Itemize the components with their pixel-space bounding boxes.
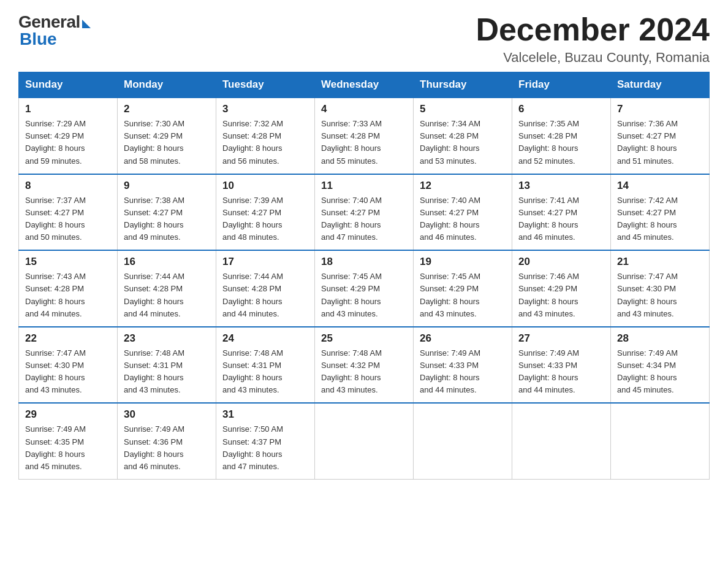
day-number: 19 xyxy=(420,256,506,268)
day-number: 6 xyxy=(518,103,604,115)
calendar-empty-cell xyxy=(611,403,710,479)
day-info: Sunrise: 7:38 AMSunset: 4:27 PMDaylight:… xyxy=(124,196,184,242)
weekday-header-friday: Friday xyxy=(512,72,611,98)
day-info: Sunrise: 7:48 AMSunset: 4:31 PMDaylight:… xyxy=(222,348,283,394)
calendar-day-cell: 10 Sunrise: 7:39 AMSunset: 4:27 PMDaylig… xyxy=(216,174,315,251)
calendar-day-cell: 17 Sunrise: 7:44 AMSunset: 4:28 PMDaylig… xyxy=(216,250,315,327)
calendar-week-row: 1 Sunrise: 7:29 AMSunset: 4:29 PMDayligh… xyxy=(19,98,710,174)
calendar-week-row: 15 Sunrise: 7:43 AMSunset: 4:28 PMDaylig… xyxy=(19,250,710,327)
calendar-day-cell: 14 Sunrise: 7:42 AMSunset: 4:27 PMDaylig… xyxy=(611,174,710,251)
calendar-day-cell: 11 Sunrise: 7:40 AMSunset: 4:27 PMDaylig… xyxy=(315,174,414,251)
day-number: 26 xyxy=(420,332,506,345)
day-number: 2 xyxy=(124,103,210,115)
day-info: Sunrise: 7:40 AMSunset: 4:27 PMDaylight:… xyxy=(321,196,382,242)
day-info: Sunrise: 7:49 AMSunset: 4:35 PMDaylight:… xyxy=(25,424,86,470)
title-block: December 2024 Valcelele, Buzau County, R… xyxy=(476,12,710,66)
day-info: Sunrise: 7:49 AMSunset: 4:33 PMDaylight:… xyxy=(518,348,579,394)
calendar-day-cell: 16 Sunrise: 7:44 AMSunset: 4:28 PMDaylig… xyxy=(118,250,216,327)
day-info: Sunrise: 7:29 AMSunset: 4:29 PMDaylight:… xyxy=(25,119,86,165)
day-number: 24 xyxy=(222,332,308,345)
day-number: 3 xyxy=(222,103,308,115)
calendar-day-cell: 29 Sunrise: 7:49 AMSunset: 4:35 PMDaylig… xyxy=(19,403,118,479)
calendar-day-cell: 5 Sunrise: 7:34 AMSunset: 4:28 PMDayligh… xyxy=(414,98,512,174)
day-info: Sunrise: 7:32 AMSunset: 4:28 PMDaylight:… xyxy=(222,119,283,165)
day-number: 30 xyxy=(124,408,210,421)
day-info: Sunrise: 7:44 AMSunset: 4:28 PMDaylight:… xyxy=(222,272,283,318)
weekday-header-tuesday: Tuesday xyxy=(216,72,315,98)
weekday-header-saturday: Saturday xyxy=(611,72,710,98)
logo: General Blue xyxy=(18,12,91,49)
day-info: Sunrise: 7:37 AMSunset: 4:27 PMDaylight:… xyxy=(25,196,86,242)
calendar-day-cell: 9 Sunrise: 7:38 AMSunset: 4:27 PMDayligh… xyxy=(118,174,216,251)
calendar-empty-cell xyxy=(315,403,414,479)
day-number: 11 xyxy=(321,180,407,192)
calendar-day-cell: 20 Sunrise: 7:46 AMSunset: 4:29 PMDaylig… xyxy=(512,250,611,327)
day-info: Sunrise: 7:40 AMSunset: 4:27 PMDaylight:… xyxy=(420,196,480,242)
calendar-day-cell: 6 Sunrise: 7:35 AMSunset: 4:28 PMDayligh… xyxy=(512,98,611,174)
day-info: Sunrise: 7:44 AMSunset: 4:28 PMDaylight:… xyxy=(124,272,184,318)
calendar-day-cell: 4 Sunrise: 7:33 AMSunset: 4:28 PMDayligh… xyxy=(315,98,414,174)
calendar-day-cell: 15 Sunrise: 7:43 AMSunset: 4:28 PMDaylig… xyxy=(19,250,118,327)
day-number: 17 xyxy=(222,256,308,268)
calendar-day-cell: 31 Sunrise: 7:50 AMSunset: 4:37 PMDaylig… xyxy=(216,403,315,479)
weekday-header-thursday: Thursday xyxy=(414,72,512,98)
day-number: 22 xyxy=(25,332,111,345)
day-number: 16 xyxy=(124,256,210,268)
calendar-day-cell: 27 Sunrise: 7:49 AMSunset: 4:33 PMDaylig… xyxy=(512,327,611,404)
day-number: 18 xyxy=(321,256,407,268)
day-number: 28 xyxy=(617,332,703,345)
day-info: Sunrise: 7:48 AMSunset: 4:32 PMDaylight:… xyxy=(321,348,382,394)
day-number: 5 xyxy=(420,103,506,115)
calendar-day-cell: 7 Sunrise: 7:36 AMSunset: 4:27 PMDayligh… xyxy=(611,98,710,174)
day-info: Sunrise: 7:34 AMSunset: 4:28 PMDaylight:… xyxy=(420,119,480,165)
calendar-day-cell: 30 Sunrise: 7:49 AMSunset: 4:36 PMDaylig… xyxy=(118,403,216,479)
day-info: Sunrise: 7:33 AMSunset: 4:28 PMDaylight:… xyxy=(321,119,382,165)
day-number: 31 xyxy=(222,408,308,421)
day-info: Sunrise: 7:43 AMSunset: 4:28 PMDaylight:… xyxy=(25,272,86,318)
day-info: Sunrise: 7:35 AMSunset: 4:28 PMDaylight:… xyxy=(518,119,579,165)
calendar-empty-cell xyxy=(414,403,512,479)
day-info: Sunrise: 7:36 AMSunset: 4:27 PMDaylight:… xyxy=(617,119,678,165)
location-title: Valcelele, Buzau County, Romania xyxy=(476,50,710,66)
day-info: Sunrise: 7:39 AMSunset: 4:27 PMDaylight:… xyxy=(222,196,283,242)
calendar-day-cell: 28 Sunrise: 7:49 AMSunset: 4:34 PMDaylig… xyxy=(611,327,710,404)
calendar-week-row: 29 Sunrise: 7:49 AMSunset: 4:35 PMDaylig… xyxy=(19,403,710,479)
calendar-day-cell: 19 Sunrise: 7:45 AMSunset: 4:29 PMDaylig… xyxy=(414,250,512,327)
calendar-empty-cell xyxy=(512,403,611,479)
calendar-week-row: 8 Sunrise: 7:37 AMSunset: 4:27 PMDayligh… xyxy=(19,174,710,251)
day-info: Sunrise: 7:45 AMSunset: 4:29 PMDaylight:… xyxy=(321,272,382,318)
logo-blue-text: Blue xyxy=(18,29,57,49)
calendar-day-cell: 18 Sunrise: 7:45 AMSunset: 4:29 PMDaylig… xyxy=(315,250,414,327)
day-number: 20 xyxy=(518,256,604,268)
calendar-day-cell: 23 Sunrise: 7:48 AMSunset: 4:31 PMDaylig… xyxy=(118,327,216,404)
calendar-day-cell: 13 Sunrise: 7:41 AMSunset: 4:27 PMDaylig… xyxy=(512,174,611,251)
day-number: 1 xyxy=(25,103,111,115)
day-number: 8 xyxy=(25,180,111,192)
calendar-week-row: 22 Sunrise: 7:47 AMSunset: 4:30 PMDaylig… xyxy=(19,327,710,404)
month-title: December 2024 xyxy=(476,12,710,47)
logo-arrow-icon xyxy=(82,20,91,28)
day-info: Sunrise: 7:47 AMSunset: 4:30 PMDaylight:… xyxy=(25,348,86,394)
day-info: Sunrise: 7:50 AMSunset: 4:37 PMDaylight:… xyxy=(222,424,283,470)
calendar-day-cell: 8 Sunrise: 7:37 AMSunset: 4:27 PMDayligh… xyxy=(19,174,118,251)
day-info: Sunrise: 7:49 AMSunset: 4:36 PMDaylight:… xyxy=(124,424,184,470)
day-info: Sunrise: 7:30 AMSunset: 4:29 PMDaylight:… xyxy=(124,119,184,165)
calendar-day-cell: 25 Sunrise: 7:48 AMSunset: 4:32 PMDaylig… xyxy=(315,327,414,404)
day-number: 4 xyxy=(321,103,407,115)
day-info: Sunrise: 7:46 AMSunset: 4:29 PMDaylight:… xyxy=(518,272,579,318)
day-info: Sunrise: 7:41 AMSunset: 4:27 PMDaylight:… xyxy=(518,196,579,242)
calendar-day-cell: 22 Sunrise: 7:47 AMSunset: 4:30 PMDaylig… xyxy=(19,327,118,404)
calendar-day-cell: 21 Sunrise: 7:47 AMSunset: 4:30 PMDaylig… xyxy=(611,250,710,327)
calendar-day-cell: 26 Sunrise: 7:49 AMSunset: 4:33 PMDaylig… xyxy=(414,327,512,404)
day-number: 27 xyxy=(518,332,604,345)
day-number: 14 xyxy=(617,180,703,192)
day-info: Sunrise: 7:49 AMSunset: 4:34 PMDaylight:… xyxy=(617,348,678,394)
day-number: 29 xyxy=(25,408,111,421)
day-number: 23 xyxy=(124,332,210,345)
day-info: Sunrise: 7:45 AMSunset: 4:29 PMDaylight:… xyxy=(420,272,480,318)
day-number: 25 xyxy=(321,332,407,345)
weekday-header-row: SundayMondayTuesdayWednesdayThursdayFrid… xyxy=(19,72,710,98)
weekday-header-sunday: Sunday xyxy=(19,72,118,98)
calendar-day-cell: 2 Sunrise: 7:30 AMSunset: 4:29 PMDayligh… xyxy=(118,98,216,174)
day-number: 13 xyxy=(518,180,604,192)
